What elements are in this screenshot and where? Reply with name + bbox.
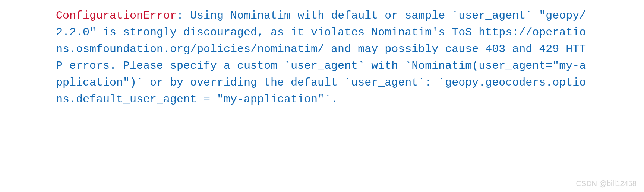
error-separator: : <box>177 9 190 22</box>
error-output: ConfigurationError: Using Nominatim with… <box>7 7 637 108</box>
watermark-text: CSDN @bill12458 <box>576 178 637 189</box>
error-type: ConfigurationError <box>56 9 177 22</box>
error-message-body: Using Nominatim with default or sample `… <box>56 9 586 106</box>
